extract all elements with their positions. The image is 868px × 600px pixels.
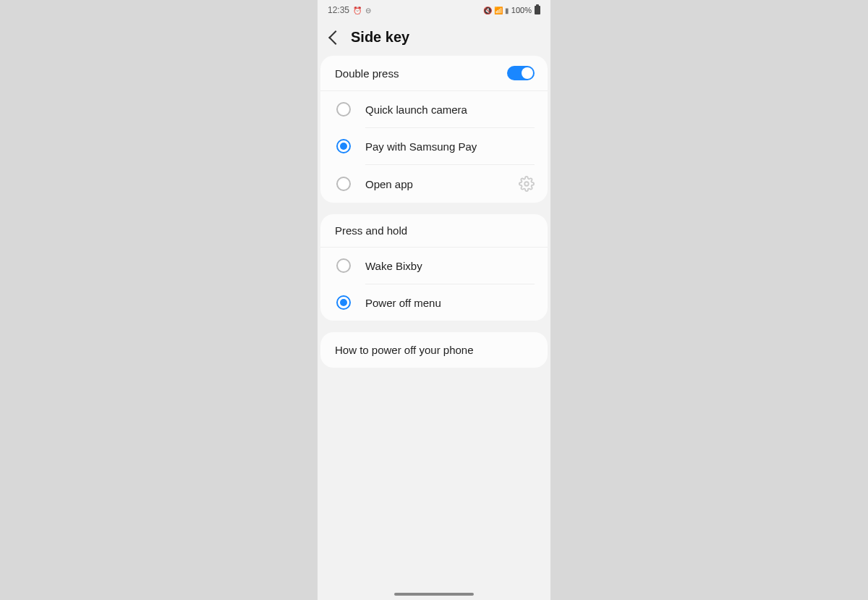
dnd-icon: ⊖ bbox=[365, 7, 371, 14]
radio-open-app[interactable] bbox=[336, 177, 351, 191]
battery-percent: 100% bbox=[511, 6, 532, 14]
phone-screen: 12:35 ⏰ ⊖ 🔇 📶 ▮ 100% Side key Double pre… bbox=[318, 0, 550, 600]
option-label: Quick launch camera bbox=[365, 103, 535, 116]
radio-pay-samsung-pay[interactable] bbox=[336, 139, 351, 153]
double-press-header: Double press bbox=[320, 56, 548, 91]
svg-point-0 bbox=[524, 182, 529, 186]
status-bar: 12:35 ⏰ ⊖ 🔇 📶 ▮ 100% bbox=[318, 0, 550, 20]
double-press-title: Double press bbox=[335, 67, 399, 80]
radio-quick-launch-camera[interactable] bbox=[336, 102, 351, 117]
option-pay-samsung-pay[interactable]: Pay with Samsung Pay bbox=[320, 128, 548, 164]
how-to-power-off-link[interactable]: How to power off your phone bbox=[320, 332, 548, 368]
status-time: 12:35 bbox=[328, 5, 349, 15]
radio-power-off-menu[interactable] bbox=[336, 295, 351, 310]
gear-icon[interactable] bbox=[519, 176, 535, 192]
option-label: Open app bbox=[365, 178, 519, 190]
back-button[interactable] bbox=[328, 33, 341, 43]
double-press-toggle[interactable] bbox=[507, 66, 535, 80]
nav-handle[interactable] bbox=[394, 593, 474, 596]
battery-icon bbox=[535, 6, 540, 14]
signal-icon: ▮ bbox=[505, 7, 509, 14]
page-title: Side key bbox=[351, 29, 409, 46]
option-wake-bixby[interactable]: Wake Bixby bbox=[320, 248, 548, 284]
how-to-label: How to power off your phone bbox=[335, 344, 474, 356]
radio-wake-bixby[interactable] bbox=[336, 258, 351, 273]
mute-icon: 🔇 bbox=[483, 7, 492, 14]
press-hold-card: Press and hold Wake Bixby Power off menu bbox=[320, 214, 548, 321]
wifi-icon: 📶 bbox=[494, 7, 503, 14]
press-hold-title: Press and hold bbox=[320, 214, 548, 248]
option-power-off-menu[interactable]: Power off menu bbox=[320, 284, 548, 321]
option-quick-launch-camera[interactable]: Quick launch camera bbox=[320, 91, 548, 127]
option-open-app[interactable]: Open app bbox=[320, 165, 548, 203]
double-press-card: Double press Quick launch camera Pay wit… bbox=[320, 56, 548, 203]
page-header: Side key bbox=[318, 20, 550, 56]
chevron-left-icon bbox=[328, 30, 343, 45]
option-label: Power off menu bbox=[365, 297, 535, 309]
option-label: Pay with Samsung Pay bbox=[365, 140, 535, 153]
option-label: Wake Bixby bbox=[365, 260, 535, 272]
alarm-icon: ⏰ bbox=[353, 7, 362, 14]
